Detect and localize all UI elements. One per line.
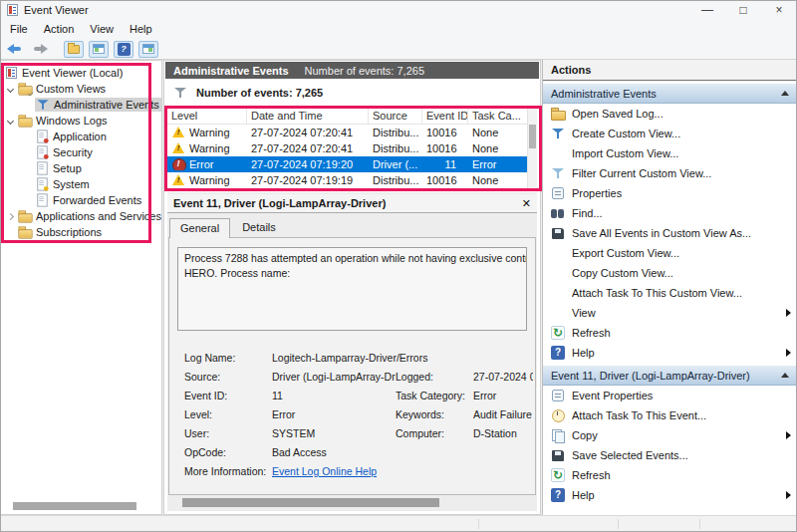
- action-save-selected-events[interactable]: Save Selected Events...: [543, 445, 797, 465]
- event-row-selected[interactable]: Error 27-07-2024 07:19:20 Driver (... 11…: [167, 156, 528, 172]
- tree-item-applications-and-services-logs[interactable]: Applications and Services Lo: [1, 208, 161, 224]
- show-action-pane-button[interactable]: [138, 41, 158, 58]
- tree-item-security[interactable]: Security: [1, 144, 161, 160]
- warning-icon: [171, 142, 185, 154]
- event-description[interactable]: Process 7288 has attempted an operation …: [177, 247, 527, 331]
- tree-item-setup[interactable]: Setup: [1, 160, 161, 176]
- events-table: Level Date and Time Source Event ID Task…: [167, 108, 528, 189]
- tree-horizontal-scrollbar[interactable]: [13, 502, 136, 510]
- close-details-icon[interactable]: ✕: [522, 197, 531, 210]
- collapse-icon[interactable]: [781, 91, 789, 96]
- filter-bar-count: Number of events: 7,265: [196, 87, 323, 99]
- log-icon: [35, 145, 48, 158]
- expander-down-icon[interactable]: [7, 85, 14, 92]
- filter-bar: Number of events: 7,265: [165, 81, 323, 105]
- help-button[interactable]: [114, 41, 133, 58]
- details-horizontal-scrollbar[interactable]: [182, 498, 439, 507]
- actions-section-administrative-events[interactable]: Administrative Events: [543, 84, 797, 104]
- col-header-date-time[interactable]: Date and Time: [247, 108, 369, 124]
- events-panel-title: Administrative Events: [173, 65, 289, 77]
- statusbar-divider: [699, 519, 700, 529]
- action-open-saved-log[interactable]: Open Saved Log...: [543, 104, 797, 124]
- subscriptions-icon: [18, 225, 31, 238]
- actions-section-event-11[interactable]: Event 11, Driver (Logi-LampArray-Driver): [543, 366, 797, 386]
- tree-item-custom-views[interactable]: Custom Views: [1, 81, 161, 97]
- maximize-button[interactable]: □: [725, 0, 761, 20]
- tree-item-forwarded-events[interactable]: Forwarded Events: [1, 192, 161, 208]
- titlebar: Event Viewer — □ ×: [0, 0, 797, 20]
- console-tree-icon: [93, 44, 105, 54]
- menu-help[interactable]: Help: [122, 20, 160, 39]
- open-folder-icon: [68, 45, 80, 54]
- expander-down-icon[interactable]: [7, 117, 14, 124]
- action-copy[interactable]: Copy: [543, 425, 797, 445]
- toolbar: [0, 39, 797, 60]
- event-row[interactable]: Warning 27-07-2024 07:20:41 Distribu... …: [167, 140, 528, 156]
- action-filter-current-custom-view[interactable]: Filter Current Custom View...: [543, 163, 797, 183]
- action-attach-task-to-custom-view[interactable]: Attach Task To This Custom View...: [543, 283, 797, 303]
- action-help[interactable]: Help: [543, 343, 797, 363]
- event-details-title: Event 11, Driver (Logi-LampArray-Driver): [173, 197, 386, 209]
- menu-view[interactable]: View: [82, 20, 122, 39]
- action-view[interactable]: View: [543, 303, 797, 323]
- table-vertical-scrollbar[interactable]: [527, 108, 537, 189]
- tree-item-administrative-events[interactable]: Administrative Events: [1, 97, 161, 113]
- properties-icon: [551, 186, 565, 200]
- action-create-custom-view[interactable]: Create Custom View...: [543, 124, 797, 143]
- copy-icon: [551, 428, 565, 442]
- col-header-source[interactable]: Source: [369, 108, 422, 124]
- find-icon: [551, 206, 565, 220]
- field-value: Driver (Logi-LampArray-Drive: [272, 371, 396, 383]
- event-row[interactable]: Warning 27-07-2024 07:19:19 Distribu... …: [167, 172, 528, 188]
- tree-item-event-viewer-local[interactable]: Event Viewer (Local): [1, 65, 161, 81]
- show-console-tree-button[interactable]: [89, 41, 109, 58]
- field-label: Log Name:: [184, 352, 272, 364]
- expander-right-icon[interactable]: [7, 212, 14, 219]
- event-row[interactable]: Warning 27-07-2024 07:20:41 Distribu... …: [167, 125, 528, 140]
- action-find[interactable]: Find...: [543, 203, 797, 223]
- action-export-custom-view[interactable]: Export Custom View...: [543, 243, 797, 263]
- field-label: User:: [184, 427, 272, 439]
- tab-general[interactable]: General: [169, 218, 230, 238]
- app-icon: [7, 4, 18, 16]
- field-value: Bad Access: [272, 446, 396, 458]
- col-header-task-category[interactable]: Task Ca...: [468, 108, 528, 124]
- event-details-header: Event 11, Driver (Logi-LampArray-Driver)…: [167, 194, 537, 213]
- action-import-custom-view[interactable]: Import Custom View...: [543, 143, 797, 163]
- tree-item-system[interactable]: System: [1, 176, 161, 192]
- action-refresh-event[interactable]: Refresh: [543, 465, 797, 485]
- tree-item-application[interactable]: Application: [1, 129, 161, 144]
- action-help-event[interactable]: Help: [543, 485, 797, 505]
- col-header-level[interactable]: Level: [167, 108, 247, 124]
- tree-item-subscriptions[interactable]: Subscriptions: [1, 224, 161, 240]
- field-label: Keywords:: [396, 408, 473, 420]
- action-pane-icon: [142, 44, 154, 54]
- col-header-event-id[interactable]: Event ID: [422, 108, 468, 124]
- menu-file[interactable]: File: [2, 20, 36, 39]
- event-log-online-help-link[interactable]: Event Log Online Help: [272, 465, 396, 477]
- action-event-properties[interactable]: Event Properties: [543, 386, 797, 405]
- tab-details[interactable]: Details: [232, 218, 286, 238]
- action-copy-custom-view[interactable]: Copy Custom View...: [543, 263, 797, 283]
- details-tabs: General Details: [169, 218, 286, 238]
- open-saved-log-button[interactable]: [64, 41, 84, 58]
- action-properties[interactable]: Properties: [543, 183, 797, 203]
- selected-tree-item: Administrative Events: [35, 98, 162, 112]
- collapse-icon[interactable]: [781, 373, 789, 378]
- actions-pane: Actions Administrative Events Open Saved…: [542, 60, 797, 515]
- properties-icon: [551, 389, 565, 402]
- scrollbar-thumb[interactable]: [529, 125, 536, 148]
- minimize-button[interactable]: —: [689, 0, 725, 20]
- forward-button[interactable]: [30, 41, 48, 57]
- statusbar: [0, 515, 797, 532]
- action-save-all-events[interactable]: Save All Events in Custom View As...: [543, 223, 797, 243]
- windows-logs-folder-icon: [18, 114, 31, 127]
- action-refresh[interactable]: Refresh: [543, 323, 797, 343]
- field-label: Task Category:: [396, 390, 473, 401]
- back-button[interactable]: [7, 41, 25, 57]
- tree-item-windows-logs[interactable]: Windows Logs: [1, 113, 161, 129]
- save-icon: [551, 226, 565, 240]
- close-button[interactable]: ×: [761, 0, 797, 20]
- menu-action[interactable]: Action: [36, 20, 83, 39]
- action-attach-task-to-event[interactable]: Attach Task To This Event...: [543, 405, 797, 425]
